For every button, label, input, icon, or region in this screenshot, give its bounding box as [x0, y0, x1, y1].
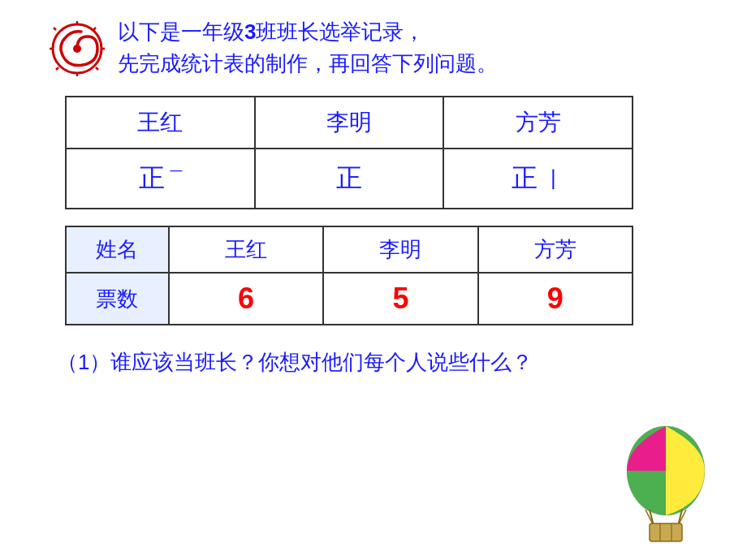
svg-rect-16	[650, 523, 682, 541]
tally-table: 王红 李明 方芳 正 ¯ 正 正 丨	[65, 96, 633, 209]
svg-line-8	[54, 28, 56, 30]
stats-votes-liming: 5	[323, 273, 477, 325]
tally-zheng-3: 正	[512, 163, 538, 192]
tally-header-row: 王红 李明 方芳	[66, 97, 633, 149]
stats-label-votes: 票数	[66, 273, 169, 325]
tally-wanghong: 正 ¯	[66, 149, 255, 209]
hot-air-balloon-icon	[617, 422, 715, 544]
header-line1: 以下是一年级3班班长选举记录，	[118, 16, 498, 48]
tally-extra-1: ¯	[165, 167, 183, 192]
stats-header-fangfang: 方芳	[478, 226, 633, 273]
stats-votes-row: 票数 6 5 9	[66, 273, 633, 325]
svg-line-2	[93, 28, 96, 30]
svg-line-6	[56, 67, 58, 70]
tally-header-fangfang: 方芳	[443, 97, 633, 149]
stats-votes-fangfang: 9	[478, 273, 633, 325]
header-section: 以下是一年级3班班长选举记录， 先完成统计表的制作，再回答下列问题。	[49, 16, 698, 80]
stats-votes-wanghong: 6	[169, 273, 323, 325]
question-section: （1）谁应该当班长？你想对他们每个人说些什么？	[57, 346, 698, 380]
tally-extra-3: 丨	[538, 167, 564, 192]
tally-header-wanghong: 王红	[66, 97, 255, 149]
stats-header-row: 姓名 王红 李明 方芳	[66, 226, 633, 273]
question-text: （1）谁应该当班长？你想对他们每个人说些什么？	[57, 350, 533, 374]
svg-point-9	[73, 45, 81, 53]
tally-zheng-1: 正	[139, 163, 165, 192]
header-text-block: 以下是一年级3班班长选举记录， 先完成统计表的制作，再回答下列问题。	[118, 16, 498, 80]
sun-spiral-icon	[49, 20, 106, 77]
tally-marks-row: 正 ¯ 正 正 丨	[66, 149, 633, 209]
tally-liming: 正	[255, 149, 444, 209]
tally-zheng-2: 正	[336, 163, 362, 192]
main-page: 以下是一年级3班班长选举记录， 先完成统计表的制作，再回答下列问题。 王红 李明…	[0, 0, 747, 560]
grade-number: 3	[244, 19, 256, 44]
stats-header-wanghong: 王红	[169, 226, 323, 273]
stats-header-liming: 李明	[323, 226, 477, 273]
stats-label-name: 姓名	[66, 226, 169, 273]
stats-table: 姓名 王红 李明 方芳 票数 6 5 9	[65, 226, 633, 325]
tally-fangfang: 正 丨	[443, 149, 633, 209]
svg-line-4	[96, 67, 98, 70]
header-line2: 先完成统计表的制作，再回答下列问题。	[118, 48, 498, 80]
balloon-decoration	[617, 422, 715, 544]
tally-header-liming: 李明	[255, 97, 444, 149]
